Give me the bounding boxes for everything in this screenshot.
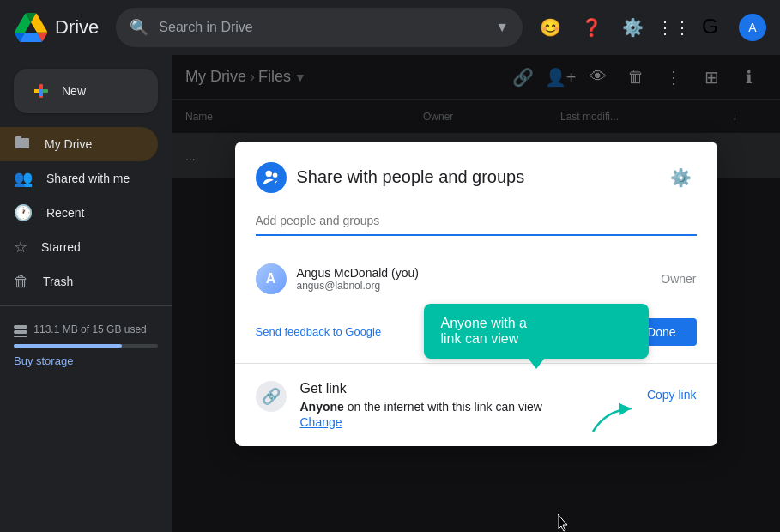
- link-icon: 🔗: [256, 381, 287, 412]
- svg-rect-8: [14, 330, 27, 334]
- sidebar-item-label-trash: Trash: [43, 275, 73, 288]
- share-dialog: Share with people and groups ⚙️ A Angus …: [235, 142, 717, 446]
- help-icon[interactable]: ❓: [574, 10, 608, 45]
- google-logo: G: [698, 10, 732, 45]
- dialog-title-row: Share with people and groups: [256, 162, 525, 193]
- svg-point-10: [265, 170, 271, 176]
- user-avatar: A: [256, 263, 287, 294]
- drive-logo-icon: [14, 13, 48, 42]
- sidebar-divider: [0, 305, 172, 306]
- user-email: angus@labnol.org: [297, 280, 651, 292]
- starred-icon: ☆: [14, 238, 27, 257]
- storage-bar-fill: [14, 344, 122, 348]
- dialog-top: Share with people and groups ⚙️: [235, 142, 717, 250]
- my-drive-icon: [14, 134, 31, 155]
- content-area: My Drive › Files ▼ 🔗 👤+ 👁 🗑 ⋮ ⊞ ℹ Name O…: [172, 55, 780, 532]
- buy-storage-link[interactable]: Buy storage: [14, 354, 158, 367]
- new-plus-icon: [31, 81, 51, 101]
- overlay[interactable]: Share with people and groups ⚙️ A Angus …: [172, 55, 780, 532]
- feedback-link[interactable]: Send feedback to Google: [256, 325, 382, 338]
- search-input[interactable]: [159, 20, 485, 35]
- arrow-annotation: [589, 402, 640, 436]
- sidebar-item-trash[interactable]: 🗑 Trash: [0, 264, 158, 299]
- svg-rect-7: [14, 325, 27, 329]
- share-icon: [256, 162, 287, 193]
- emoji-icon[interactable]: 😊: [533, 10, 567, 45]
- sidebar-item-label-starred: Starred: [41, 240, 81, 254]
- tooltip-bubble: Anyone with a link can view: [424, 304, 649, 359]
- tooltip-line2: link can view: [441, 331, 519, 346]
- get-link-title: Get link: [300, 381, 633, 396]
- get-link-text: on the internet with this link can view: [344, 400, 542, 414]
- dialog-settings-btn[interactable]: ⚙️: [666, 162, 697, 193]
- search-bar[interactable]: 🔍 ▼: [116, 8, 523, 47]
- svg-text:G: G: [702, 15, 718, 38]
- shared-icon: 👥: [14, 169, 33, 188]
- get-link-section: 🔗 Get link Anyone on the internet with t…: [235, 363, 717, 446]
- sidebar-item-starred[interactable]: ☆ Starred: [0, 230, 158, 264]
- dialog-header: Share with people and groups ⚙️: [256, 162, 697, 193]
- avatar[interactable]: A: [739, 14, 766, 41]
- trash-icon: 🗑: [14, 273, 29, 291]
- recent-icon: 🕐: [14, 203, 33, 222]
- sidebar-item-recent[interactable]: 🕐 Recent: [0, 196, 158, 230]
- change-link[interactable]: Change: [300, 415, 633, 429]
- people-input[interactable]: [256, 210, 697, 236]
- sidebar-item-label-my-drive: My Drive: [45, 137, 92, 151]
- sidebar-item-label-recent: Recent: [46, 206, 84, 220]
- storage-bar: [14, 344, 158, 348]
- search-expand-icon[interactable]: ▼: [495, 20, 509, 35]
- sidebar-item-shared[interactable]: 👥 Shared with me: [0, 161, 158, 196]
- svg-point-11: [272, 172, 277, 178]
- storage-section: 113.1 MB of 15 GB used Buy storage: [0, 313, 172, 378]
- storage-label: 113.1 MB of 15 GB used: [14, 323, 158, 337]
- user-info: Angus McDonald (you) angus@labnol.org: [297, 266, 651, 292]
- get-link-description: Anyone on the internet with this link ca…: [300, 400, 633, 414]
- dialog-title: Share with people and groups: [297, 167, 525, 187]
- get-link-content: Get link Anyone on the internet with thi…: [300, 381, 633, 429]
- new-button-label: New: [62, 84, 86, 98]
- user-name: Angus McDonald (you): [297, 266, 651, 280]
- copy-link-button[interactable]: Copy link: [647, 381, 697, 408]
- main-layout: New My Drive 👥 Shared with me 🕐 Recent ☆…: [0, 55, 780, 532]
- apps-icon[interactable]: ⋮⋮: [656, 10, 691, 45]
- svg-rect-9: [14, 336, 27, 337]
- tooltip-line1: Anyone with a: [441, 316, 528, 330]
- storage-text: 113.1 MB of 15 GB used: [33, 323, 146, 336]
- logo[interactable]: Drive: [14, 13, 99, 42]
- settings-icon[interactable]: ⚙️: [615, 10, 650, 45]
- svg-rect-6: [15, 136, 21, 139]
- dialog-user-row: A Angus McDonald (you) angus@labnol.org …: [235, 250, 717, 308]
- topbar-icons: 😊 ❓ ⚙️ ⋮⋮ G A: [533, 10, 766, 45]
- svg-rect-4: [39, 89, 43, 96]
- search-icon: 🔍: [130, 18, 148, 37]
- svg-rect-5: [15, 138, 29, 148]
- user-role: Owner: [661, 272, 696, 286]
- sidebar-item-label-shared: Shared with me: [46, 172, 130, 185]
- get-link-bold: Anyone: [300, 400, 344, 414]
- app-title: Drive: [55, 16, 99, 39]
- sidebar-item-my-drive[interactable]: My Drive: [0, 127, 158, 161]
- topbar: Drive 🔍 ▼ 😊 ❓ ⚙️ ⋮⋮ G A: [0, 0, 780, 55]
- new-button[interactable]: New: [14, 69, 158, 113]
- sidebar: New My Drive 👥 Shared with me 🕐 Recent ☆…: [0, 55, 172, 532]
